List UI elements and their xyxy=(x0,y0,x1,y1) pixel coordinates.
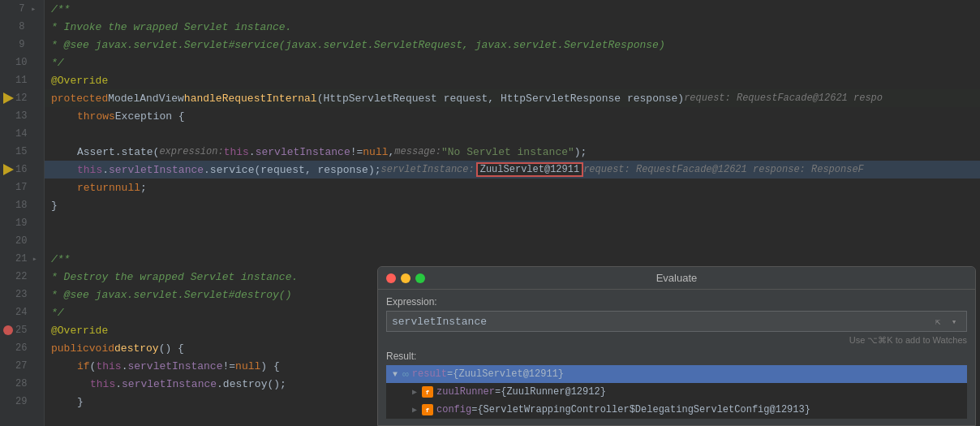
token-type: () { xyxy=(159,342,184,355)
fold-icon[interactable]: ▸ xyxy=(28,4,40,14)
token-inline-hint: request: RequestFacade@12621 response: R… xyxy=(583,164,864,175)
token-this: this xyxy=(224,146,249,158)
gutter-row-25: 25 xyxy=(0,321,44,339)
token-field: servletInstance xyxy=(256,146,350,158)
result-eq: = xyxy=(447,368,453,380)
token-kw: protected xyxy=(51,93,108,105)
gutter-row-11: 11 xyxy=(0,71,44,89)
collapse-arrow-icon[interactable]: ▼ xyxy=(389,368,401,380)
line-number: 20 xyxy=(15,235,30,247)
maximize-button[interactable] xyxy=(415,273,425,283)
token-type: } xyxy=(77,396,84,408)
expression-icons: ⇱ ▾ xyxy=(931,314,961,329)
token-method: handleRequestInternal xyxy=(184,93,317,105)
expression-label: Expression: xyxy=(386,296,967,308)
line-number: 10 xyxy=(15,57,30,68)
token-null: null xyxy=(363,146,388,158)
gutter-row-27: 27 xyxy=(0,357,44,375)
line-number: 19 xyxy=(15,217,30,229)
token-type: Exception { xyxy=(115,110,185,123)
line-number: 24 xyxy=(15,307,30,318)
code-line-13: throws Exception { xyxy=(45,107,980,125)
gutter-row-8: 8 xyxy=(0,18,44,36)
result-eq: = xyxy=(495,386,501,398)
gutter-row-19: 19 xyxy=(0,214,44,232)
panel-title: Evaluate xyxy=(656,272,698,284)
token-type: (HttpServletRequest request, HttpServlet… xyxy=(317,93,684,105)
dropdown-icon[interactable]: ▾ xyxy=(947,314,961,329)
code-line-14 xyxy=(45,125,980,143)
line-number: 11 xyxy=(15,75,30,86)
code-line-15: Assert.state( expression: this.servletIn… xyxy=(45,143,980,161)
token-string: "No Servlet instance" xyxy=(441,146,574,158)
line-number: 25 xyxy=(15,325,30,336)
code-line-10: */ xyxy=(45,54,980,71)
gutter-row-28: 28 xyxy=(0,375,44,393)
token-field: servletInstance xyxy=(122,378,217,390)
result-label: Result: xyxy=(386,351,967,362)
result-row-root[interactable]: ▼∞result = {ZuulServlet@12911} xyxy=(386,365,967,383)
token-type: ( xyxy=(90,360,97,372)
code-line-9: * @see javax.servlet.Servlet#service(jav… xyxy=(45,36,980,54)
token-type: Assert.state( xyxy=(77,146,159,158)
token-kw: void xyxy=(89,342,114,355)
gutter-row-7: 7▸ xyxy=(0,0,44,18)
token-inline-hint: expression: xyxy=(159,146,223,157)
result-val: {ServletWrappingController$DelegatingSer… xyxy=(477,404,810,415)
breakpoint-icon[interactable] xyxy=(3,325,13,335)
expression-text: servletInstance xyxy=(392,316,487,328)
watches-hint: Use ⌥⌘K to add to Watches xyxy=(386,335,967,346)
code-line-21: /** xyxy=(45,250,980,268)
gutter-row-15: 15 xyxy=(0,143,44,161)
token-type: ); xyxy=(574,146,587,158)
line-number: 12 xyxy=(15,93,30,104)
token-this: this xyxy=(96,360,121,372)
result-row-child1[interactable]: ▶fzuulRunner = {ZuulRunner@12912} xyxy=(386,383,967,401)
token-null: null xyxy=(115,182,140,194)
expand-arrow-icon[interactable]: ▶ xyxy=(409,404,420,415)
arrow-icon xyxy=(3,93,14,104)
line-number: 29 xyxy=(15,396,30,407)
expression-box[interactable]: servletInstance ⇱ ▾ xyxy=(386,311,967,332)
editor-container: 7▸89101112131415161718192021▸22232425262… xyxy=(0,0,980,426)
gutter-row-22: 22 xyxy=(0,268,44,286)
gutter-row-13: 13 xyxy=(0,107,44,125)
token-method: destroy xyxy=(114,342,159,355)
token-null: null xyxy=(235,360,260,372)
code-line-11: @Override xyxy=(45,71,980,89)
token-type: . xyxy=(102,164,109,176)
line-number: 14 xyxy=(15,128,30,140)
token-inline-hint: servletInstance: xyxy=(381,164,475,175)
panel-body: Expression: servletInstance ⇱ ▾ Use ⌥⌘K … xyxy=(378,290,975,425)
token-type: ) { xyxy=(260,360,279,372)
token-comment: * @see javax.servlet.Servlet#destroy() xyxy=(51,289,291,301)
evaluate-panel: Evaluate Expression: servletInstance ⇱ ▾… xyxy=(377,266,976,426)
line-number: 18 xyxy=(15,200,30,211)
expand-arrow-icon[interactable]: ▶ xyxy=(409,386,420,398)
line-number: 28 xyxy=(15,378,30,389)
gutter-row-17: 17 xyxy=(0,179,44,196)
result-row-child2[interactable]: ▶fconfig = {ServletWrappingController$De… xyxy=(386,401,967,419)
code-line-18: } xyxy=(45,196,980,214)
token-type: != xyxy=(222,360,235,372)
fold-icon[interactable]: ▸ xyxy=(30,254,39,264)
token-type: . xyxy=(249,146,256,158)
code-line-7: /** xyxy=(45,0,980,18)
close-button[interactable] xyxy=(386,273,396,283)
gutter-row-23: 23 xyxy=(0,286,44,303)
expand-icon[interactable]: ⇱ xyxy=(931,314,945,329)
token-annotation: @Override xyxy=(51,75,108,87)
line-number: 26 xyxy=(15,342,30,354)
token-field: servletInstance xyxy=(127,360,222,372)
code-line-17: return null; xyxy=(45,179,980,196)
gutter-row-18: 18 xyxy=(0,196,44,214)
token-type: .service(request, response); xyxy=(204,164,380,176)
gutter-row-26: 26 xyxy=(0,339,44,357)
token-kw: throws xyxy=(77,110,115,123)
result-eq: = xyxy=(471,404,477,415)
token-annotation: @Override xyxy=(51,325,108,337)
token-debug-box: ZuulServlet@12911 xyxy=(476,162,583,177)
minimize-button[interactable] xyxy=(401,273,410,283)
token-inline-hint: message: xyxy=(394,146,441,157)
code-line-20 xyxy=(45,232,980,250)
